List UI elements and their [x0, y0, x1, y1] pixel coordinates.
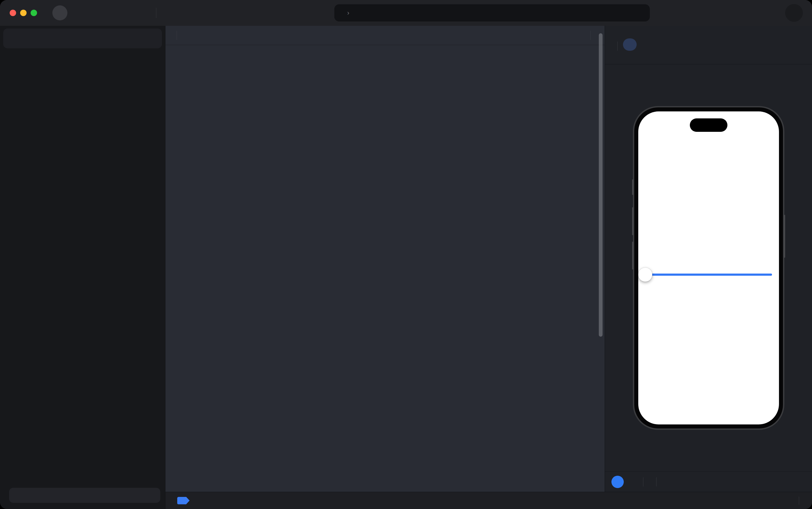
preview-toolbar — [605, 471, 812, 492]
chevron-right-icon: › — [347, 9, 349, 16]
editor-scrollbar[interactable] — [599, 33, 603, 337]
navigator-toggle-button[interactable] — [53, 5, 67, 21]
sidebar-bottom-bar — [0, 484, 165, 509]
divider — [590, 31, 591, 40]
xcode-window: › — [0, 0, 812, 509]
editor-status-bar — [165, 492, 812, 509]
build-status — [640, 9, 644, 17]
radius-slider[interactable] — [645, 274, 772, 276]
activity-status-pill[interactable]: › — [334, 4, 650, 22]
navigator-tab-strip — [3, 29, 162, 48]
volume-up-button — [632, 207, 634, 235]
inspector-toggle-button[interactable] — [785, 4, 803, 22]
volume-down-button — [632, 242, 634, 270]
preview-pane — [605, 26, 812, 509]
titlebar-left — [0, 5, 165, 21]
preview-canvas[interactable] — [605, 64, 812, 471]
jump-bar — [165, 26, 605, 45]
breakpoints-toggle[interactable] — [177, 497, 190, 504]
iphone-mockup — [633, 106, 784, 430]
minimize-window-button[interactable] — [20, 10, 27, 16]
action-button — [632, 179, 634, 195]
navigator-sidebar — [0, 26, 165, 509]
divider — [177, 31, 177, 40]
source-editor — [165, 26, 605, 509]
slider-thumb[interactable] — [638, 268, 652, 282]
dynamic-island — [690, 118, 728, 132]
divider — [656, 477, 656, 486]
preview-tab[interactable] — [623, 38, 637, 51]
project-file-tree — [0, 49, 165, 484]
zoom-window-button[interactable] — [31, 10, 37, 16]
preview-header — [605, 26, 812, 64]
titlebar: › — [0, 0, 812, 26]
divider — [617, 42, 618, 51]
filter-input[interactable] — [9, 488, 160, 503]
close-window-button[interactable] — [10, 10, 16, 16]
power-button — [784, 215, 785, 258]
live-preview-button[interactable] — [611, 476, 624, 488]
slider-fill — [645, 274, 772, 276]
divider — [643, 477, 643, 486]
divider — [799, 497, 799, 505]
divider — [156, 8, 156, 18]
code-area[interactable] — [165, 45, 605, 509]
iphone-screen — [638, 111, 779, 425]
